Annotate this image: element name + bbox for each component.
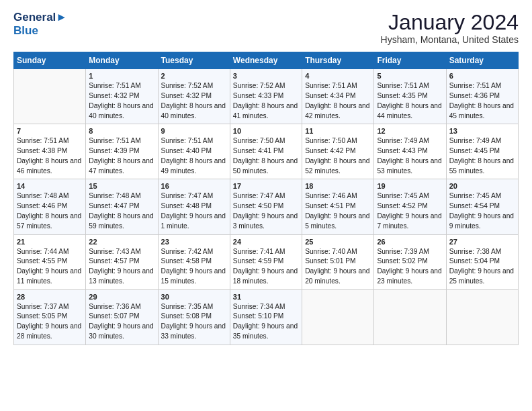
day-info: Sunrise: 7:43 AMSunset: 4:57 PMDaylight:…	[89, 247, 154, 287]
day-info: Sunrise: 7:52 AMSunset: 4:32 PMDaylight:…	[161, 81, 227, 121]
day-number: 1	[89, 72, 154, 80]
calendar-cell	[302, 289, 374, 345]
calendar-cell: 25Sunrise: 7:40 AMSunset: 5:01 PMDayligh…	[302, 234, 374, 289]
sunset: Sunset: 5:05 PM	[17, 312, 67, 320]
calendar-cell	[14, 69, 86, 124]
calendar-cell: 15Sunrise: 7:48 AMSunset: 4:47 PMDayligh…	[86, 179, 158, 234]
sunrise: Sunrise: 7:51 AM	[89, 137, 141, 144]
day-info: Sunrise: 7:51 AMSunset: 4:34 PMDaylight:…	[305, 81, 371, 121]
sunset: Sunset: 4:55 PM	[17, 257, 67, 265]
day-number: 13	[449, 127, 515, 135]
day-number: 19	[377, 182, 443, 190]
day-info: Sunrise: 7:42 AMSunset: 4:58 PMDaylight:…	[161, 247, 227, 287]
col-friday: Friday	[374, 52, 446, 69]
day-number: 18	[305, 182, 371, 190]
day-number: 7	[17, 127, 83, 135]
day-number: 17	[233, 182, 299, 190]
daylight: Daylight: 8 hours and 44 minutes.	[377, 102, 441, 120]
daylight: Daylight: 9 hours and 25 minutes.	[449, 267, 514, 285]
sunrise: Sunrise: 7:51 AM	[377, 82, 429, 89]
daylight: Daylight: 8 hours and 40 minutes.	[161, 102, 226, 120]
calendar-cell: 4Sunrise: 7:51 AMSunset: 4:34 PMDaylight…	[302, 69, 374, 124]
day-number: 29	[89, 293, 154, 301]
col-tuesday: Tuesday	[158, 52, 230, 69]
sunrise: Sunrise: 7:38 AM	[449, 248, 502, 255]
calendar-cell: 29Sunrise: 7:36 AMSunset: 5:07 PMDayligh…	[86, 289, 158, 345]
calendar-cell: 26Sunrise: 7:39 AMSunset: 5:02 PMDayligh…	[374, 234, 446, 289]
calendar-cell: 3Sunrise: 7:52 AMSunset: 4:33 PMDaylight…	[230, 69, 302, 124]
day-info: Sunrise: 7:50 AMSunset: 4:41 PMDaylight:…	[233, 136, 299, 176]
sunrise: Sunrise: 7:47 AM	[233, 192, 285, 199]
calendar-week-row: 14Sunrise: 7:48 AMSunset: 4:46 PMDayligh…	[14, 179, 519, 234]
sunrise: Sunrise: 7:52 AM	[233, 82, 285, 89]
daylight: Daylight: 9 hours and 28 minutes.	[17, 322, 81, 340]
daylight: Daylight: 8 hours and 57 minutes.	[17, 212, 81, 230]
day-info: Sunrise: 7:45 AMSunset: 4:52 PMDaylight:…	[377, 191, 443, 231]
calendar-cell: 2Sunrise: 7:52 AMSunset: 4:32 PMDaylight…	[158, 69, 230, 124]
day-number: 31	[233, 293, 299, 301]
sunset: Sunset: 5:01 PM	[305, 257, 355, 265]
day-info: Sunrise: 7:48 AMSunset: 4:46 PMDaylight:…	[17, 191, 83, 231]
day-number: 23	[161, 238, 227, 246]
main-title: January 2024	[381, 11, 519, 34]
sunset: Sunset: 4:54 PM	[449, 202, 500, 210]
day-number: 9	[161, 127, 227, 135]
calendar-cell: 30Sunrise: 7:35 AMSunset: 5:08 PMDayligh…	[158, 289, 230, 345]
day-info: Sunrise: 7:39 AMSunset: 5:02 PMDaylight:…	[377, 247, 443, 287]
daylight: Daylight: 8 hours and 45 minutes.	[449, 102, 514, 120]
sunrise: Sunrise: 7:46 AM	[305, 192, 357, 199]
day-number: 10	[233, 127, 299, 135]
calendar-cell: 16Sunrise: 7:47 AMSunset: 4:48 PMDayligh…	[158, 179, 230, 234]
sunrise: Sunrise: 7:45 AM	[449, 192, 502, 199]
calendar-cell: 31Sunrise: 7:34 AMSunset: 5:10 PMDayligh…	[230, 289, 302, 345]
daylight: Daylight: 8 hours and 41 minutes.	[233, 102, 298, 120]
daylight: Daylight: 8 hours and 59 minutes.	[89, 212, 153, 230]
day-number: 28	[17, 293, 83, 301]
calendar-header-row: Sunday Monday Tuesday Wednesday Thursday…	[14, 52, 519, 69]
sunset: Sunset: 5:10 PM	[233, 312, 283, 320]
daylight: Daylight: 8 hours and 53 minutes.	[377, 157, 441, 175]
sunset: Sunset: 4:36 PM	[449, 92, 500, 99]
sunrise: Sunrise: 7:51 AM	[449, 82, 502, 89]
sunset: Sunset: 4:47 PM	[89, 202, 139, 210]
calendar-cell: 21Sunrise: 7:44 AMSunset: 4:55 PMDayligh…	[14, 234, 86, 289]
day-number: 24	[233, 238, 299, 246]
sunrise: Sunrise: 7:42 AM	[161, 248, 214, 255]
day-info: Sunrise: 7:51 AMSunset: 4:38 PMDaylight:…	[17, 136, 83, 176]
daylight: Daylight: 9 hours and 7 minutes.	[377, 212, 441, 230]
daylight: Daylight: 9 hours and 35 minutes.	[233, 322, 298, 340]
sunrise: Sunrise: 7:44 AM	[17, 248, 69, 255]
calendar-week-row: 21Sunrise: 7:44 AMSunset: 4:55 PMDayligh…	[14, 234, 519, 289]
calendar-cell: 1Sunrise: 7:51 AMSunset: 4:32 PMDaylight…	[86, 69, 158, 124]
sunrise: Sunrise: 7:47 AM	[161, 192, 214, 199]
calendar-cell: 8Sunrise: 7:51 AMSunset: 4:39 PMDaylight…	[86, 124, 158, 179]
day-number: 21	[17, 238, 83, 246]
sunrise: Sunrise: 7:49 AM	[377, 137, 429, 144]
daylight: Daylight: 9 hours and 23 minutes.	[377, 267, 441, 285]
sunset: Sunset: 4:41 PM	[233, 147, 283, 154]
sunset: Sunset: 4:34 PM	[305, 92, 355, 99]
day-number: 3	[233, 72, 299, 80]
daylight: Daylight: 9 hours and 20 minutes.	[305, 267, 369, 285]
sunset: Sunset: 4:45 PM	[449, 147, 500, 154]
calendar-cell: 6Sunrise: 7:51 AMSunset: 4:36 PMDaylight…	[446, 69, 518, 124]
calendar-cell: 23Sunrise: 7:42 AMSunset: 4:58 PMDayligh…	[158, 234, 230, 289]
sunrise: Sunrise: 7:34 AM	[233, 303, 285, 310]
sunrise: Sunrise: 7:36 AM	[89, 303, 141, 310]
day-info: Sunrise: 7:38 AMSunset: 5:04 PMDaylight:…	[449, 247, 515, 287]
daylight: Daylight: 9 hours and 5 minutes.	[305, 212, 369, 230]
sunset: Sunset: 4:32 PM	[161, 92, 212, 99]
day-info: Sunrise: 7:37 AMSunset: 5:05 PMDaylight:…	[17, 302, 83, 342]
calendar-cell: 27Sunrise: 7:38 AMSunset: 5:04 PMDayligh…	[446, 234, 518, 289]
sunset: Sunset: 4:42 PM	[305, 147, 355, 154]
calendar-table: Sunday Monday Tuesday Wednesday Thursday…	[13, 52, 519, 345]
calendar-cell: 18Sunrise: 7:46 AMSunset: 4:51 PMDayligh…	[302, 179, 374, 234]
calendar-cell: 19Sunrise: 7:45 AMSunset: 4:52 PMDayligh…	[374, 179, 446, 234]
sunset: Sunset: 5:02 PM	[377, 257, 427, 265]
day-number: 11	[305, 127, 371, 135]
day-number: 14	[17, 182, 83, 190]
calendar-cell: 20Sunrise: 7:45 AMSunset: 4:54 PMDayligh…	[446, 179, 518, 234]
day-info: Sunrise: 7:51 AMSunset: 4:36 PMDaylight:…	[449, 81, 515, 121]
sunrise: Sunrise: 7:51 AM	[161, 137, 214, 144]
sunrise: Sunrise: 7:48 AM	[89, 192, 141, 199]
